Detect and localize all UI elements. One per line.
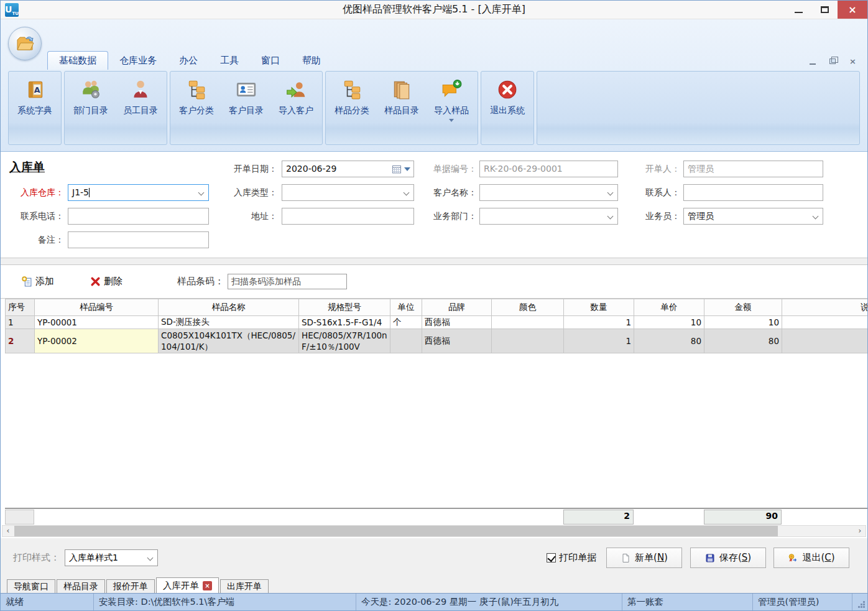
form-title: 入库单 — [9, 159, 45, 175]
tab-quote-entry[interactable]: 报价开单 — [106, 579, 155, 593]
exit-system-button[interactable]: 退出系统 — [482, 74, 532, 136]
application-menu-button[interactable] — [8, 27, 42, 60]
ribbon-tab-basic-data[interactable]: 基础数据 — [47, 51, 108, 70]
mdi-close-icon[interactable]: × — [849, 57, 856, 66]
table-row[interactable]: 1 YP-00001 SD-测压接头 SD-S16x1.5-F-G1/4 个 西… — [6, 316, 868, 329]
department-people-icon — [80, 79, 101, 100]
new-bill-button[interactable]: 新单(N) — [606, 548, 682, 568]
col-header-spec[interactable]: 规格型号 — [299, 299, 390, 316]
tab-warehouse-out[interactable]: 出库开单 — [220, 579, 269, 593]
chevron-down-icon[interactable] — [147, 555, 154, 561]
chevron-down-icon[interactable] — [449, 119, 454, 122]
mdi-restore-icon[interactable] — [829, 58, 836, 64]
col-header-name[interactable]: 样品名称 — [159, 299, 299, 316]
tab-warehouse-entry[interactable]: 入库开单× — [156, 577, 219, 593]
sample-category-button[interactable]: 样品分类 — [327, 74, 377, 136]
amount-cell[interactable]: 10 — [704, 316, 782, 329]
contact-field[interactable] — [683, 184, 823, 201]
qty-cell[interactable]: 1 — [564, 316, 634, 329]
col-header-code[interactable]: 样品编号 — [35, 299, 159, 316]
scrollbar-thumb[interactable] — [14, 526, 778, 536]
salesman-combobox[interactable]: 管理员 — [683, 208, 823, 225]
brand-cell[interactable]: 西德福 — [422, 329, 492, 353]
department-label: 业务部门： — [402, 208, 477, 225]
resize-grip[interactable] — [852, 594, 867, 610]
status-install-dir: 安装目录: D:\优图软件5.1\客户端 — [94, 594, 356, 610]
exit-button[interactable]: 退出(C) — [773, 548, 849, 568]
name-cell[interactable]: C0805X104K101TX（HEC/0805/104/101/K） — [159, 329, 299, 353]
scroll-left-icon[interactable]: ‹ — [2, 526, 14, 536]
department-catalog-button[interactable]: 部门目录 — [66, 74, 116, 136]
sample-catalog-button[interactable]: 样品目录 — [377, 74, 427, 136]
tab-navigation-window[interactable]: 导航窗口 — [7, 579, 55, 593]
barcode-input[interactable]: 扫描条码添加样品 — [228, 274, 347, 289]
col-header-index: 序号 — [6, 299, 35, 316]
checkbox-checked-icon[interactable] — [547, 553, 556, 562]
department-combobox[interactable] — [479, 208, 618, 225]
ribbon-tab-window[interactable]: 窗口 — [250, 52, 291, 70]
ribbon-tab-help[interactable]: 帮助 — [291, 52, 332, 70]
table-row-selected[interactable]: 2 YP-00002 C0805X104K101TX（HEC/0805/104/… — [6, 329, 868, 353]
spec-cell[interactable]: SD-S16x1.5-F-G1/4 — [299, 316, 390, 329]
col-header-color[interactable]: 颜色 — [492, 299, 564, 316]
color-cell[interactable] — [492, 329, 564, 353]
bill-no-label: 单据编号： — [402, 161, 477, 177]
col-header-note[interactable]: 说明 — [782, 299, 868, 316]
phone-field[interactable] — [68, 208, 209, 225]
tab-sample-catalog[interactable]: 样品目录 — [57, 579, 105, 593]
brand-cell[interactable]: 西德福 — [422, 316, 492, 329]
add-row-button[interactable]: 添加 — [22, 276, 54, 287]
ribbon-empty-area — [537, 71, 860, 145]
code-cell-active[interactable]: YP-00002 — [35, 329, 159, 353]
price-cell[interactable]: 80 — [634, 329, 704, 353]
col-header-price[interactable]: 单价 — [634, 299, 704, 316]
qty-cell[interactable]: 1 — [564, 329, 634, 353]
customer-category-button[interactable]: 客户分类 — [172, 74, 221, 136]
mdi-minimize-icon[interactable] — [810, 63, 816, 65]
remark-field[interactable] — [68, 231, 209, 248]
name-cell[interactable]: SD-测压接头 — [159, 316, 299, 329]
import-customer-button[interactable]: 导入客户 — [271, 74, 321, 136]
sample-grid-area: 序号 样品编号 样品名称 规格型号 单位 品牌 颜色 数量 单价 金额 说明 1… — [1, 299, 867, 538]
print-doc-checkbox-group[interactable]: 打印单据 — [547, 552, 596, 564]
chevron-down-icon[interactable] — [813, 213, 819, 220]
col-header-unit[interactable]: 单位 — [390, 299, 422, 316]
ribbon-tab-tools[interactable]: 工具 — [209, 52, 250, 70]
amount-cell[interactable]: 80 — [704, 329, 782, 353]
ribbon-tab-warehouse[interactable]: 仓库业务 — [108, 52, 168, 70]
note-cell[interactable] — [782, 329, 868, 353]
address-field[interactable] — [282, 208, 414, 225]
customer-catalog-button[interactable]: 客户目录 — [221, 74, 271, 136]
sample-books-icon — [391, 79, 412, 100]
color-cell[interactable] — [492, 316, 564, 329]
spec-cell[interactable]: HEC/0805/X7R/100nF/±10％/100V — [299, 329, 390, 353]
entry-type-combobox[interactable] — [282, 184, 414, 201]
unit-cell[interactable]: 个 — [390, 316, 422, 329]
col-header-amount[interactable]: 金额 — [704, 299, 782, 316]
ribbon-tab-office[interactable]: 办公 — [168, 52, 209, 70]
remark-label: 备注： — [7, 231, 64, 248]
unit-cell[interactable] — [390, 329, 422, 353]
col-header-brand[interactable]: 品牌 — [422, 299, 492, 316]
price-cell[interactable]: 10 — [634, 316, 704, 329]
bill-date-field[interactable]: 2020-06-29 — [282, 161, 414, 177]
grid-summary-row: 2 90 — [5, 508, 867, 525]
close-button[interactable]: × — [838, 1, 867, 19]
save-button[interactable]: 保存(S) — [690, 548, 766, 568]
delete-row-button[interactable]: 删除 — [90, 276, 122, 287]
system-dictionary-button[interactable]: A 系统字典 — [10, 74, 60, 136]
customer-combobox[interactable] — [479, 184, 618, 201]
horizontal-scrollbar[interactable]: ‹ › — [2, 525, 866, 537]
code-cell[interactable]: YP-00001 — [35, 316, 159, 329]
import-sample-bubble-icon — [441, 79, 462, 100]
maximize-button[interactable] — [811, 1, 838, 19]
tab-close-icon[interactable]: × — [203, 581, 212, 590]
scroll-right-icon[interactable]: › — [854, 526, 866, 536]
print-style-combobox[interactable]: 入库单样式1 — [65, 549, 158, 566]
warehouse-combobox[interactable]: J1-5 — [68, 184, 209, 201]
note-cell[interactable] — [782, 316, 868, 329]
minimize-button[interactable] — [785, 1, 811, 19]
employee-catalog-button[interactable]: 员工目录 — [116, 74, 165, 136]
import-sample-button[interactable]: 导入样品 — [427, 74, 476, 136]
col-header-qty[interactable]: 数量 — [564, 299, 634, 316]
